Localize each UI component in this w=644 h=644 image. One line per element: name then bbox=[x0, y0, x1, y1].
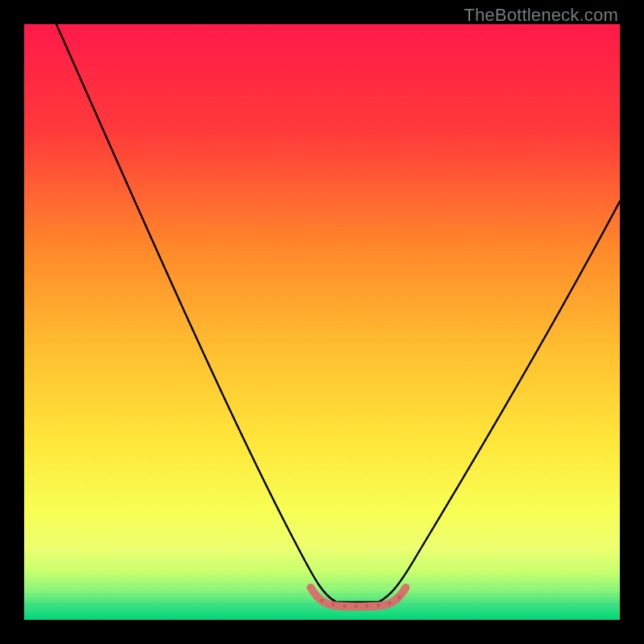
svg-point-14 bbox=[388, 601, 391, 605]
svg-point-13 bbox=[377, 604, 380, 607]
curve-layer bbox=[24, 24, 620, 620]
svg-point-11 bbox=[354, 605, 357, 608]
main-curve-path bbox=[56, 24, 620, 602]
svg-point-9 bbox=[332, 603, 335, 606]
watermark-text: TheBottleneck.com bbox=[464, 5, 618, 26]
svg-point-10 bbox=[343, 605, 346, 608]
chart-stage: TheBottleneck.com bbox=[0, 0, 644, 644]
plot-area bbox=[24, 24, 620, 620]
svg-point-15 bbox=[398, 596, 401, 599]
svg-point-12 bbox=[365, 605, 369, 608]
svg-point-8 bbox=[320, 599, 324, 602]
bottom-marker-strip bbox=[311, 588, 406, 607]
